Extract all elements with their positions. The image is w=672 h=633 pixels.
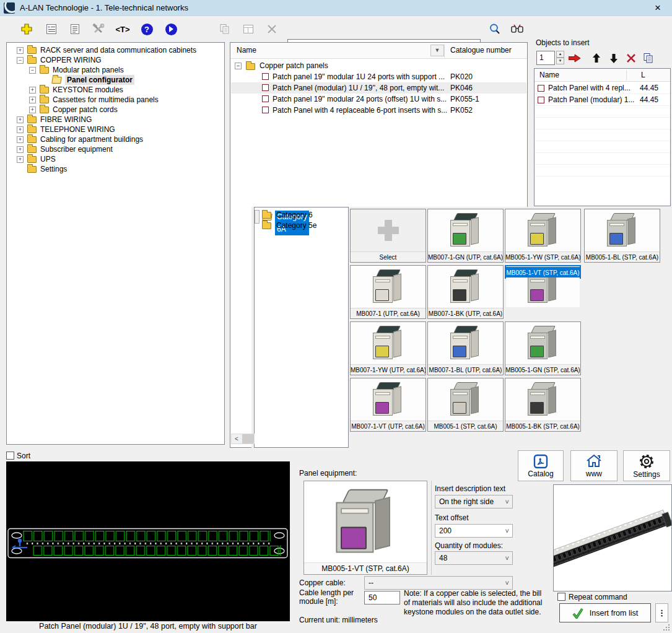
find-button[interactable]	[509, 21, 525, 37]
quantity-spin-buttons[interactable]: ▲ ▼	[556, 51, 564, 65]
quantity-of-modules-select[interactable]: 48˅	[435, 551, 513, 565]
expand-icon[interactable]: +	[17, 47, 24, 54]
table-row[interactable]: Patch panel 19'' modular 1U 24 ports wit…	[231, 71, 526, 82]
expand-icon[interactable]: +	[29, 87, 36, 94]
tree-item-modular-patch-panels[interactable]: −Modular patch panels	[7, 65, 224, 75]
cable-note: Note: If a copper cable is selected, the…	[404, 589, 548, 617]
current-unit-label: Current unit: millimeters	[299, 616, 378, 624]
move-up-button[interactable]	[588, 51, 604, 65]
tree-item-panel-configurator[interactable]: Panel configurator	[7, 75, 224, 85]
quantity-of-modules-label: Quantity of modules:	[435, 541, 503, 550]
category-item-5e[interactable]: Category 5e	[255, 220, 348, 231]
spin-down-icon[interactable]: ▼	[556, 58, 564, 64]
collapse-icon[interactable]: −	[17, 57, 24, 64]
scrollbar-thumb[interactable]	[242, 434, 254, 443]
collapse-icon[interactable]: −	[235, 63, 242, 69]
tree-item-fibre-wiring[interactable]: +FIBRE WIRING	[7, 115, 224, 124]
settings-button[interactable]: Settings	[623, 450, 670, 481]
tools-button[interactable]	[90, 21, 107, 37]
objects-list-row[interactable]: Patch Panel (modular) 1... 44.45	[535, 94, 670, 106]
tree-item-copper-wiring[interactable]: −COPPER WIRING	[7, 55, 224, 65]
spin-up-icon[interactable]: ▲	[556, 51, 564, 58]
delete-button-disabled[interactable]	[264, 21, 280, 37]
table-row-selected[interactable]: Patch Panel (modular) 1U / 19'', 48 port…	[231, 82, 526, 94]
insert-from-list-button[interactable]: Insert from list	[559, 603, 651, 622]
patch-panel-3d-image	[554, 485, 671, 591]
run-button[interactable]	[163, 21, 179, 37]
filter-dropdown-icon[interactable]: ▼	[430, 45, 444, 56]
remove-from-list-button[interactable]	[623, 51, 639, 65]
module-tile[interactable]: MB005-1-BK (STP, cat.6A)	[505, 378, 581, 432]
module-tile-selected[interactable]: MB005-1-VT (STP, cat.6A)	[505, 265, 581, 279]
module-tile[interactable]: MB007-1 (UTP, cat.6A)	[350, 265, 426, 319]
column-header-name[interactable]: Name	[539, 71, 559, 79]
tree-item-keystone-modules[interactable]: +KEYSTONE modules	[7, 85, 224, 95]
column-header-name[interactable]: Name	[237, 46, 256, 55]
expand-icon[interactable]: +	[17, 116, 24, 123]
scroll-left-icon[interactable]: <	[232, 434, 242, 443]
table-row[interactable]: Patch Panel with 4 replaceable 6-port in…	[231, 105, 526, 116]
list-view-button[interactable]	[43, 21, 59, 37]
module-tile[interactable]: MB007-1-BL (UTP, cat.6A)	[427, 321, 504, 375]
expand-icon[interactable]: +	[29, 107, 36, 113]
table-group-row[interactable]: − Copper patch panels	[231, 60, 526, 71]
tree-item-cassettes[interactable]: +Cassettes for multimedia panels	[7, 95, 224, 105]
tree-item-subscriber-equipment[interactable]: +Subscriber equipment	[7, 144, 224, 154]
copper-cable-select[interactable]: --˅	[364, 576, 513, 590]
module-tile[interactable]: MB007-1-BK (UTP, cat.6A)	[427, 265, 504, 319]
category-item-6[interactable]: Category 6	[255, 210, 348, 220]
green-check-icon	[572, 608, 583, 619]
www-button[interactable]: www	[570, 450, 617, 481]
details-button-disabled[interactable]	[240, 21, 256, 37]
column-header-catalogue[interactable]: Catalogue number	[450, 46, 512, 55]
text-offset-select[interactable]: 200˅	[435, 524, 513, 538]
quantity-input[interactable]	[537, 51, 553, 63]
insert-description-select[interactable]: On the right side˅	[435, 495, 513, 509]
expand-icon[interactable]: +	[17, 146, 24, 153]
module-tile[interactable]: MB007-1-VT (UTP, cat.6A)	[350, 378, 426, 432]
table-row[interactable]: Patch panel 19'' modular 24 ports (offse…	[231, 94, 526, 105]
tree-item-telephone-wiring[interactable]: +TELEPHONE WIRING	[7, 124, 224, 134]
search-button[interactable]	[487, 21, 503, 37]
module-tile[interactable]: MB007-1-GN (UTP, cat.6A)	[427, 209, 504, 263]
repeat-command-checkbox[interactable]	[557, 593, 565, 601]
catalog-button[interactable]: Catalog	[518, 450, 564, 481]
collapse-icon[interactable]: −	[29, 67, 36, 74]
objects-list-row[interactable]: Patch Panel with 4 repl... 44.45	[535, 82, 670, 94]
module-tile[interactable]: MB005-1-BL (STP, cat.6A)	[584, 209, 660, 263]
home-icon	[586, 454, 602, 469]
horizontal-scrollbar[interactable]: <	[231, 434, 255, 444]
add-button[interactable]	[19, 21, 35, 37]
keystone-module-icon	[448, 269, 483, 305]
column-header-length[interactable]: L	[641, 71, 645, 79]
text-tool-button[interactable]: <T>	[115, 21, 131, 37]
module-tile-select[interactable]: Select	[350, 209, 426, 263]
cable-length-field[interactable]	[364, 591, 400, 605]
panel-preview-canvas[interactable]	[6, 461, 290, 621]
tree-item-copper-patch-cords[interactable]: +Copper patch cords	[7, 105, 224, 115]
quantity-stepper[interactable]	[536, 51, 555, 65]
tree-item-ups[interactable]: +UPS	[7, 154, 224, 164]
document-view-button[interactable]	[67, 21, 83, 37]
selected-module-box[interactable]: MB005-1-VT (STP, cat.6A)	[303, 481, 427, 575]
help-button[interactable]: ?	[139, 21, 155, 37]
tree-item-apartment-cabling[interactable]: +Cabling for apartment buildings	[7, 134, 224, 144]
move-down-button[interactable]	[606, 51, 622, 65]
resize-grip[interactable]	[662, 623, 670, 631]
module-tile[interactable]: MB005-1-GN (STP, cat.6A)	[505, 321, 581, 375]
tree-item-rack[interactable]: +RACK server and data communication cabi…	[7, 45, 224, 55]
insert-to-list-button[interactable]	[567, 51, 583, 65]
tree-item-settings[interactable]: Settings	[7, 164, 224, 174]
expand-icon[interactable]: +	[17, 126, 24, 133]
close-icon[interactable]: ×	[644, 0, 672, 16]
module-tile[interactable]: MB007-1-YW (UTP, cat.6A)	[350, 321, 426, 375]
module-tile[interactable]: MB005-1 (STP, cat.6A)	[427, 378, 504, 432]
expand-icon[interactable]: +	[17, 156, 24, 163]
expand-icon[interactable]: +	[29, 97, 36, 103]
more-options-button[interactable]: ⋮	[655, 603, 668, 622]
duplicate-button[interactable]	[640, 51, 657, 65]
sort-checkbox[interactable]	[6, 452, 14, 460]
module-tile[interactable]: MB005-1-YW (STP, cat.6A)	[505, 209, 581, 263]
copy-button-disabled[interactable]	[217, 21, 233, 37]
expand-icon[interactable]: +	[17, 136, 24, 143]
